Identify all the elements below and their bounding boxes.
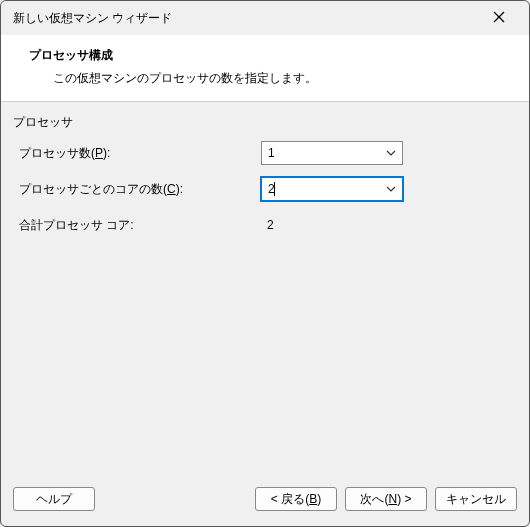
label-cores: プロセッサごとのコアの数(C): — [13, 181, 261, 198]
row-total: 合計プロセッサ コア: 2 — [13, 211, 517, 239]
window-title: 新しい仮想マシン ウィザード — [13, 10, 479, 27]
cores-combo[interactable]: 2 — [261, 177, 403, 201]
back-button[interactable]: < 戻る(B) — [255, 487, 337, 511]
row-processors: プロセッサ数(P): 1 — [13, 139, 517, 167]
page-subheading: この仮想マシンのプロセッサの数を指定します。 — [53, 70, 511, 87]
page-heading: プロセッサ構成 — [29, 47, 511, 64]
close-button[interactable] — [479, 4, 519, 32]
processors-combo[interactable]: 1 — [261, 141, 403, 165]
close-icon — [493, 11, 505, 26]
content-area: プロセッサ プロセッサ数(P): 1 プロセッサごとのコアの数(C): 2 — [1, 102, 529, 482]
processors-value: 1 — [268, 146, 384, 160]
footer: ヘルプ < 戻る(B) 次へ(N) > キャンセル — [1, 482, 529, 526]
total-value: 2 — [261, 218, 274, 232]
chevron-down-icon — [384, 184, 398, 194]
wizard-header: プロセッサ構成 この仮想マシンのプロセッサの数を指定します。 — [1, 35, 529, 102]
label-total: 合計プロセッサ コア: — [13, 217, 261, 234]
cores-value: 2 — [268, 182, 384, 196]
wizard-window: 新しい仮想マシン ウィザード プロセッサ構成 この仮想マシンのプロセッサの数を指… — [0, 0, 530, 527]
label-processors: プロセッサ数(P): — [13, 145, 261, 162]
text-caret — [274, 182, 275, 196]
row-cores: プロセッサごとのコアの数(C): 2 — [13, 175, 517, 203]
group-label-processors: プロセッサ — [13, 114, 517, 131]
chevron-down-icon — [384, 148, 398, 158]
next-button[interactable]: 次へ(N) > — [345, 487, 427, 511]
help-button[interactable]: ヘルプ — [13, 487, 95, 511]
titlebar: 新しい仮想マシン ウィザード — [1, 1, 529, 35]
cancel-button[interactable]: キャンセル — [435, 487, 517, 511]
